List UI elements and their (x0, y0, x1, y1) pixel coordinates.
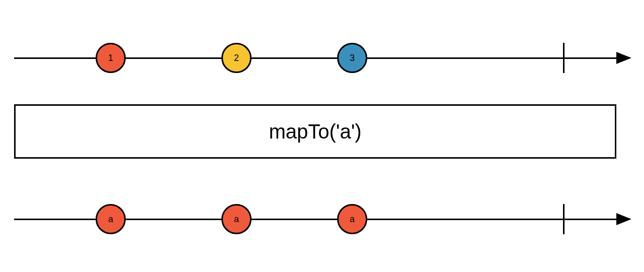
operator-label: mapTo('a') (269, 120, 361, 143)
marble-label: 2 (234, 53, 239, 63)
input-complete-bar (563, 43, 565, 73)
marble-diagram: 1 2 3 mapTo('a') a a a (0, 0, 644, 272)
input-marble: 2 (221, 43, 252, 73)
input-marble: 1 (96, 43, 126, 73)
output-arrow-icon (616, 213, 631, 225)
operator-box: mapTo('a') (14, 104, 616, 159)
marble-label: a (108, 214, 113, 225)
output-marble: a (337, 204, 367, 234)
output-marble: a (96, 204, 126, 234)
input-arrow-icon (616, 52, 631, 64)
marble-label: a (234, 214, 239, 225)
marble-label: 3 (350, 53, 355, 63)
marble-label: a (350, 214, 355, 225)
input-marble: 3 (337, 43, 367, 73)
marble-label: 1 (108, 53, 113, 63)
output-complete-bar (563, 204, 565, 234)
output-marble: a (221, 204, 252, 234)
